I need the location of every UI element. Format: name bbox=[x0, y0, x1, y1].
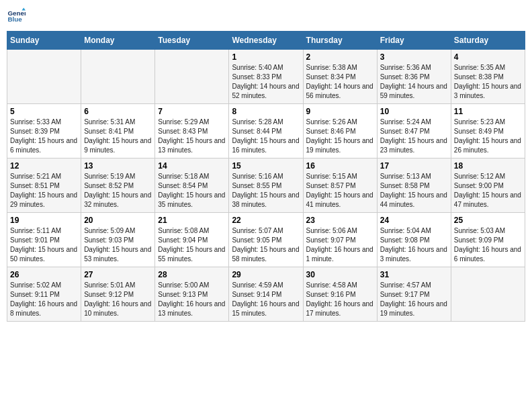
calendar-cell: 8Sunrise: 5:28 AM Sunset: 8:44 PM Daylig… bbox=[229, 104, 303, 158]
calendar-cell: 12Sunrise: 5:21 AM Sunset: 8:51 PM Dayli… bbox=[7, 158, 81, 213]
cell-content: Sunrise: 5:23 AM Sunset: 8:49 PM Dayligh… bbox=[454, 118, 522, 155]
calendar-table: SundayMondayTuesdayWednesdayThursdayFrid… bbox=[7, 31, 525, 322]
day-number: 5 bbox=[10, 107, 78, 116]
day-number: 19 bbox=[10, 216, 78, 225]
calendar-cell: 19Sunrise: 5:11 AM Sunset: 9:01 PM Dayli… bbox=[7, 213, 81, 267]
cell-content: Sunrise: 5:15 AM Sunset: 8:57 PM Dayligh… bbox=[306, 172, 374, 210]
cell-content: Sunrise: 5:03 AM Sunset: 9:09 PM Dayligh… bbox=[454, 226, 522, 264]
day-number: 9 bbox=[306, 107, 374, 116]
calendar-cell bbox=[7, 50, 81, 104]
weekday-header-friday: Friday bbox=[377, 32, 451, 50]
calendar-cell: 20Sunrise: 5:09 AM Sunset: 9:03 PM Dayli… bbox=[81, 213, 155, 267]
cell-content: Sunrise: 5:08 AM Sunset: 9:04 PM Dayligh… bbox=[158, 226, 226, 264]
calendar-cell: 10Sunrise: 5:24 AM Sunset: 8:47 PM Dayli… bbox=[377, 104, 451, 158]
svg-text:Blue: Blue bbox=[7, 15, 22, 23]
calendar-cell bbox=[155, 50, 229, 104]
week-row-5: 26Sunrise: 5:02 AM Sunset: 9:11 PM Dayli… bbox=[7, 267, 525, 322]
cell-content: Sunrise: 5:19 AM Sunset: 8:52 PM Dayligh… bbox=[84, 172, 152, 210]
day-number: 26 bbox=[10, 270, 78, 279]
logo: General Blue bbox=[7, 7, 28, 26]
weekday-header-row: SundayMondayTuesdayWednesdayThursdayFrid… bbox=[7, 32, 525, 50]
weekday-header-tuesday: Tuesday bbox=[155, 32, 229, 50]
weekday-header-saturday: Saturday bbox=[451, 32, 525, 50]
day-number: 21 bbox=[158, 216, 226, 225]
day-number: 7 bbox=[158, 107, 226, 116]
calendar-cell bbox=[451, 267, 525, 322]
day-number: 3 bbox=[380, 52, 448, 62]
cell-content: Sunrise: 5:07 AM Sunset: 9:05 PM Dayligh… bbox=[232, 226, 300, 264]
day-number: 22 bbox=[232, 216, 300, 225]
day-number: 24 bbox=[380, 216, 448, 225]
calendar-cell: 13Sunrise: 5:19 AM Sunset: 8:52 PM Dayli… bbox=[81, 158, 155, 213]
calendar-cell: 26Sunrise: 5:02 AM Sunset: 9:11 PM Dayli… bbox=[7, 267, 81, 322]
calendar-cell: 3Sunrise: 5:36 AM Sunset: 8:36 PM Daylig… bbox=[377, 50, 451, 104]
day-number: 10 bbox=[380, 107, 448, 116]
calendar-cell: 22Sunrise: 5:07 AM Sunset: 9:05 PM Dayli… bbox=[229, 213, 303, 267]
calendar-cell: 5Sunrise: 5:33 AM Sunset: 8:39 PM Daylig… bbox=[7, 104, 81, 158]
day-number: 17 bbox=[380, 161, 448, 171]
cell-content: Sunrise: 5:36 AM Sunset: 8:36 PM Dayligh… bbox=[380, 63, 448, 101]
calendar-cell: 9Sunrise: 5:26 AM Sunset: 8:46 PM Daylig… bbox=[303, 104, 377, 158]
day-number: 12 bbox=[10, 161, 78, 171]
week-row-1: 1Sunrise: 5:40 AM Sunset: 8:33 PM Daylig… bbox=[7, 50, 525, 104]
calendar-cell: 18Sunrise: 5:12 AM Sunset: 9:00 PM Dayli… bbox=[451, 158, 525, 213]
cell-content: Sunrise: 5:09 AM Sunset: 9:03 PM Dayligh… bbox=[84, 226, 152, 264]
cell-content: Sunrise: 5:31 AM Sunset: 8:41 PM Dayligh… bbox=[84, 118, 152, 155]
week-row-3: 12Sunrise: 5:21 AM Sunset: 8:51 PM Dayli… bbox=[7, 158, 525, 213]
day-number: 8 bbox=[232, 107, 300, 116]
day-number: 31 bbox=[380, 270, 448, 279]
calendar-cell: 6Sunrise: 5:31 AM Sunset: 8:41 PM Daylig… bbox=[81, 104, 155, 158]
cell-content: Sunrise: 5:04 AM Sunset: 9:08 PM Dayligh… bbox=[380, 226, 448, 264]
calendar-cell: 31Sunrise: 4:57 AM Sunset: 9:17 PM Dayli… bbox=[377, 267, 451, 322]
logo-icon: General Blue bbox=[7, 7, 26, 26]
calendar-cell: 21Sunrise: 5:08 AM Sunset: 9:04 PM Dayli… bbox=[155, 213, 229, 267]
cell-content: Sunrise: 5:26 AM Sunset: 8:46 PM Dayligh… bbox=[306, 118, 374, 155]
day-number: 4 bbox=[454, 52, 522, 62]
cell-content: Sunrise: 5:01 AM Sunset: 9:12 PM Dayligh… bbox=[84, 281, 152, 318]
cell-content: Sunrise: 5:33 AM Sunset: 8:39 PM Dayligh… bbox=[10, 118, 78, 155]
weekday-header-wednesday: Wednesday bbox=[229, 32, 303, 50]
calendar-cell: 24Sunrise: 5:04 AM Sunset: 9:08 PM Dayli… bbox=[377, 213, 451, 267]
cell-content: Sunrise: 5:21 AM Sunset: 8:51 PM Dayligh… bbox=[10, 172, 78, 210]
calendar-cell: 30Sunrise: 4:58 AM Sunset: 9:16 PM Dayli… bbox=[303, 267, 377, 322]
cell-content: Sunrise: 5:00 AM Sunset: 9:13 PM Dayligh… bbox=[158, 281, 226, 318]
day-number: 2 bbox=[306, 52, 374, 62]
cell-content: Sunrise: 4:58 AM Sunset: 9:16 PM Dayligh… bbox=[306, 281, 374, 318]
calendar-cell: 11Sunrise: 5:23 AM Sunset: 8:49 PM Dayli… bbox=[451, 104, 525, 158]
day-number: 14 bbox=[158, 161, 226, 171]
calendar-cell: 23Sunrise: 5:06 AM Sunset: 9:07 PM Dayli… bbox=[303, 213, 377, 267]
day-number: 23 bbox=[306, 216, 374, 225]
calendar-cell: 17Sunrise: 5:13 AM Sunset: 8:58 PM Dayli… bbox=[377, 158, 451, 213]
day-number: 18 bbox=[454, 161, 522, 171]
cell-content: Sunrise: 5:06 AM Sunset: 9:07 PM Dayligh… bbox=[306, 226, 374, 264]
cell-content: Sunrise: 5:28 AM Sunset: 8:44 PM Dayligh… bbox=[232, 118, 300, 155]
calendar-cell: 4Sunrise: 5:35 AM Sunset: 8:38 PM Daylig… bbox=[451, 50, 525, 104]
day-number: 13 bbox=[84, 161, 152, 171]
day-number: 20 bbox=[84, 216, 152, 225]
header: General Blue bbox=[7, 7, 525, 26]
cell-content: Sunrise: 5:18 AM Sunset: 8:54 PM Dayligh… bbox=[158, 172, 226, 210]
cell-content: Sunrise: 5:11 AM Sunset: 9:01 PM Dayligh… bbox=[10, 226, 78, 264]
day-number: 30 bbox=[306, 270, 374, 279]
cell-content: Sunrise: 5:38 AM Sunset: 8:34 PM Dayligh… bbox=[306, 63, 374, 101]
calendar-cell: 27Sunrise: 5:01 AM Sunset: 9:12 PM Dayli… bbox=[81, 267, 155, 322]
week-row-2: 5Sunrise: 5:33 AM Sunset: 8:39 PM Daylig… bbox=[7, 104, 525, 158]
calendar-cell: 2Sunrise: 5:38 AM Sunset: 8:34 PM Daylig… bbox=[303, 50, 377, 104]
day-number: 6 bbox=[84, 107, 152, 116]
calendar-cell bbox=[81, 50, 155, 104]
cell-content: Sunrise: 4:59 AM Sunset: 9:14 PM Dayligh… bbox=[232, 281, 300, 318]
day-number: 28 bbox=[158, 270, 226, 279]
cell-content: Sunrise: 4:57 AM Sunset: 9:17 PM Dayligh… bbox=[380, 281, 448, 318]
day-number: 27 bbox=[84, 270, 152, 279]
calendar-cell: 29Sunrise: 4:59 AM Sunset: 9:14 PM Dayli… bbox=[229, 267, 303, 322]
cell-content: Sunrise: 5:40 AM Sunset: 8:33 PM Dayligh… bbox=[232, 63, 300, 101]
cell-content: Sunrise: 5:16 AM Sunset: 8:55 PM Dayligh… bbox=[232, 172, 300, 210]
calendar-cell: 16Sunrise: 5:15 AM Sunset: 8:57 PM Dayli… bbox=[303, 158, 377, 213]
cell-content: Sunrise: 5:12 AM Sunset: 9:00 PM Dayligh… bbox=[454, 172, 522, 210]
weekday-header-sunday: Sunday bbox=[7, 32, 81, 50]
cell-content: Sunrise: 5:35 AM Sunset: 8:38 PM Dayligh… bbox=[454, 63, 522, 101]
week-row-4: 19Sunrise: 5:11 AM Sunset: 9:01 PM Dayli… bbox=[7, 213, 525, 267]
calendar-cell: 7Sunrise: 5:29 AM Sunset: 8:43 PM Daylig… bbox=[155, 104, 229, 158]
day-number: 25 bbox=[454, 216, 522, 225]
calendar-cell: 1Sunrise: 5:40 AM Sunset: 8:33 PM Daylig… bbox=[229, 50, 303, 104]
